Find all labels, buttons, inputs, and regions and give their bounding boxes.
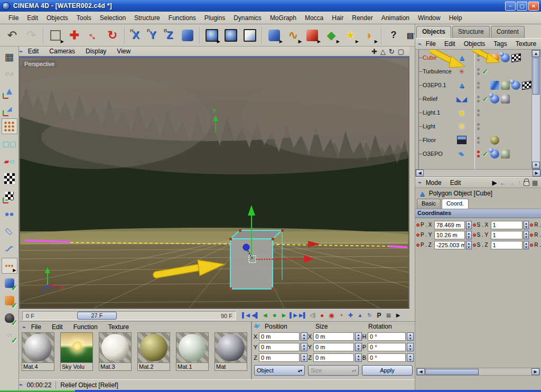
phong-tag-icon[interactable] (501, 53, 510, 62)
add-bend-icon[interactable]: ◗▶ (360, 26, 378, 44)
add-light-icon[interactable]: ★▶ (341, 26, 359, 44)
object-row[interactable]: O3EP0.1 ▲ (415, 78, 531, 92)
material-item[interactable]: Mat.1 (176, 332, 210, 371)
object-name[interactable]: O3EPO (423, 151, 455, 157)
menu-mograph[interactable]: MoGraph (266, 13, 301, 23)
scroll-left-icon[interactable]: ◀ (417, 368, 425, 375)
viewport-canvas[interactable]: Y Z X Perspective (19, 57, 409, 309)
rot-h-stepper[interactable]: ▴▾ (407, 332, 414, 341)
texture-axis-mode-icon[interactable] (2, 188, 17, 204)
move-tool-icon[interactable]: ✚ (66, 26, 83, 44)
materials-menu-file[interactable]: File (26, 322, 46, 332)
more-playback-icon[interactable]: ▶ (394, 311, 403, 320)
pos-z-input[interactable]: 0 m (259, 353, 300, 362)
om-menu-edit[interactable]: Edit (440, 39, 460, 49)
om-menu-objects[interactable]: Objects (460, 39, 490, 49)
bones-icon[interactable]: ʃ (2, 240, 17, 256)
scroll-right-icon[interactable]: ▶ (531, 368, 539, 375)
panel-options-icon[interactable]: ▦ (532, 179, 538, 186)
object-row[interactable]: Light.1 ★ (415, 106, 531, 119)
pos-z-stepper[interactable]: ▴▾ (301, 353, 307, 362)
key-dot-icon[interactable] (416, 234, 419, 237)
material-tag-icon[interactable] (490, 136, 499, 145)
material-tag-icon[interactable] (501, 95, 510, 104)
layout-icon[interactable]: ▦ (2, 49, 17, 64)
timeline-current-frame-handle[interactable]: 27 F (77, 312, 117, 320)
tab-structure[interactable]: Structure (452, 26, 490, 38)
object-name[interactable]: Relief (423, 96, 455, 102)
scroll-up-icon[interactable]: ▲ (532, 50, 540, 57)
object-row[interactable]: Light ✳ (415, 119, 531, 133)
redo-icon[interactable]: ↷ (22, 26, 40, 44)
object-row[interactable]: Cube ▲ (415, 51, 531, 64)
sy-stepper[interactable]: ▴▾ (524, 231, 529, 239)
menu-window[interactable]: Window (414, 13, 445, 23)
history-forward-icon[interactable]: → (509, 179, 515, 186)
goto-end-button[interactable]: ▶▌ (299, 311, 307, 320)
timeline-track[interactable]: 0 F 90 F 27 F (22, 311, 236, 320)
scroll-down-icon[interactable]: ▼ (532, 162, 540, 169)
object-name[interactable]: Light (423, 123, 455, 129)
edges-mode-icon[interactable]: ▢▢ (2, 136, 17, 152)
key-dot-icon[interactable] (530, 234, 533, 237)
menu-selection[interactable]: Selection (96, 13, 130, 23)
material-tag-icon[interactable] (490, 53, 499, 62)
model-mode-icon[interactable]: ▲ (2, 83, 17, 99)
material-name[interactable]: Sky Volu (60, 363, 93, 371)
polygons-mode-icon[interactable]: ▰▱ (2, 153, 17, 169)
grid-icon[interactable]: ▦ (384, 311, 393, 320)
close-button[interactable]: ✕ (528, 2, 539, 11)
enable-axis-icon[interactable]: ✓ (2, 275, 17, 291)
enabled-check-icon[interactable]: ✓ (482, 68, 488, 76)
displacement-tag-icon[interactable] (490, 81, 499, 90)
rot-b-stepper[interactable]: ▴▾ (407, 353, 414, 362)
pos-x-stepper[interactable]: ▴▾ (301, 332, 307, 341)
menu-hair[interactable]: Hair (328, 13, 348, 23)
enabled-check-icon[interactable]: ✓ (482, 95, 488, 103)
object-name[interactable]: O3EP0.1 (423, 82, 455, 88)
key-dot-icon[interactable] (473, 234, 476, 237)
floor-object-icon[interactable] (455, 134, 468, 146)
material-name[interactable]: Mat (214, 363, 247, 371)
material-item[interactable]: Mat.3 (99, 332, 133, 371)
plane-object-icon[interactable]: ▰ (455, 148, 468, 160)
object-name[interactable]: Cube (423, 54, 455, 61)
lock-y-axis-icon[interactable]: YP (145, 26, 161, 44)
viewport-menu-display[interactable]: Display (80, 46, 111, 56)
materials-menu-texture[interactable]: Texture (103, 322, 134, 332)
material-name[interactable]: Mat.4 (22, 363, 54, 371)
object-row[interactable]: O3EPO ▰ ✓ (415, 147, 531, 161)
selection-filter-icon[interactable]: ●●●▶ (2, 258, 17, 274)
phong-tag-icon[interactable] (490, 95, 499, 104)
material-item[interactable]: Mat.4 (22, 332, 55, 371)
play-forward-button[interactable]: ▶ (279, 311, 288, 320)
record-button[interactable]: ● (318, 311, 327, 320)
menu-file[interactable]: File (4, 13, 23, 23)
pz-stepper[interactable]: ▴▾ (466, 241, 472, 249)
minimize-button[interactable]: − (505, 2, 516, 11)
key-dot-icon[interactable] (416, 244, 419, 247)
prev-key-button[interactable]: ◀▌ (251, 311, 260, 320)
material-item[interactable]: Mat (214, 332, 248, 371)
goto-start-button[interactable]: ▌◀ (241, 311, 250, 320)
object-axis-mode-icon[interactable]: ◢ (2, 101, 17, 117)
coordinate-system-icon[interactable] (179, 26, 197, 44)
sound-toggle-icon[interactable]: ◁) (308, 311, 317, 320)
scroll-right-icon[interactable]: ▶ (533, 170, 540, 176)
menu-animation[interactable]: Animation (377, 13, 414, 23)
rotate-tool-icon[interactable]: ↻ (104, 26, 122, 44)
enable-deform-icon[interactable]: ✓ (2, 310, 17, 326)
render-settings-icon[interactable] (241, 26, 259, 44)
play-backward-button[interactable]: ◀ (260, 311, 269, 320)
size-y-stepper[interactable]: ▴▾ (355, 343, 362, 351)
enabled-check-icon[interactable]: ✓ (482, 150, 488, 158)
timeline-scale-icon[interactable]: ▲ (356, 311, 365, 320)
object-row[interactable]: Relief ◣◢ ✓ (415, 92, 531, 106)
am-expand-icon[interactable]: ▶ (492, 179, 497, 186)
light-object-icon[interactable]: ★ (455, 107, 468, 118)
p-toggle-button[interactable]: P (375, 311, 384, 320)
workplane-icon[interactable]: ▭ (2, 223, 17, 239)
size-z-input[interactable]: 0 m (313, 353, 354, 362)
size-x-stepper[interactable]: ▴▾ (355, 332, 362, 341)
am-menu-mode[interactable]: Mode (422, 178, 446, 188)
